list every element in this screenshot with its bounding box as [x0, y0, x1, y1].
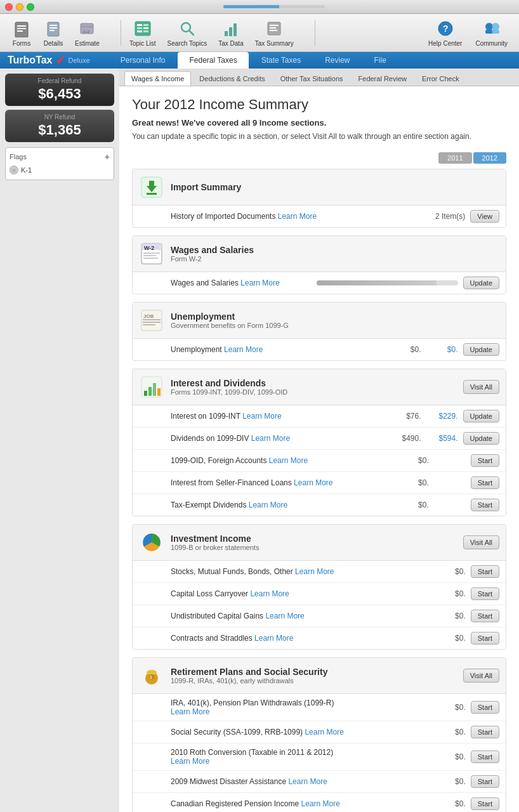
learn-more-tax-exempt[interactable]: Learn More [249, 501, 287, 509]
start-button-roth[interactable]: Start [471, 750, 499, 763]
sub-nav-federal-review[interactable]: Federal Review [351, 71, 414, 86]
section-title-import: Import Summary [171, 182, 499, 192]
update-button-wages[interactable]: Update [463, 277, 499, 289]
topic-list-button[interactable]: Topic List [124, 16, 161, 49]
row-amount-1099oid-2011: $0. [397, 456, 429, 465]
tax-summary-label: Tax Summary [255, 40, 294, 47]
toolbar-group-center: Topic List Search Topics Tax Data Tax Su… [124, 16, 299, 49]
forms-button[interactable]: Forms [6, 16, 37, 49]
w2-icon: W-2 [139, 241, 164, 266]
intro-bold: Great news! We've covered all 9 Income s… [132, 118, 326, 128]
tax-data-icon [221, 18, 241, 39]
svg-rect-40 [143, 255, 156, 256]
learn-more-1099int[interactable]: Learn More [242, 412, 281, 421]
flags-add-button[interactable]: + [105, 152, 110, 162]
visit-all-interest-button[interactable]: Visit All [463, 380, 499, 394]
start-button-canadian[interactable]: Start [471, 797, 499, 810]
search-topics-button[interactable]: Search Topics [162, 16, 213, 49]
pie-chart-icon [139, 530, 164, 555]
section-header-wages: W-2 Wages and Salaries Form W-2 [133, 236, 506, 272]
search-topics-label: Search Topics [168, 40, 207, 47]
brand-name: TurboTax [8, 55, 53, 66]
tab-state-taxes[interactable]: State Taxes [250, 52, 312, 69]
search-topics-icon [177, 18, 197, 39]
row-label-roth-conversion: 2010 Roth Conversion (Taxable in 2011 & … [171, 748, 434, 766]
learn-more-ira-401k[interactable]: Learn More [171, 707, 209, 716]
tax-summary-button[interactable]: Tax Summary [250, 16, 299, 49]
start-button-1099oid[interactable]: Start [471, 454, 499, 467]
tax-data-button[interactable]: Tax Data [213, 16, 248, 49]
year-tab-2012[interactable]: 2012 [473, 152, 506, 164]
update-button-unemployment[interactable]: Update [463, 343, 499, 356]
row-amount-midwest-2011: $0. [434, 777, 466, 786]
start-button-contracts[interactable]: Start [471, 632, 499, 645]
svg-rect-35 [147, 193, 157, 195]
start-button-social-security[interactable]: Start [471, 726, 499, 738]
learn-more-social-security[interactable]: Learn More [305, 728, 343, 737]
row-label-unemployment: Unemployment Learn More [171, 345, 390, 354]
sub-nav-wages-income[interactable]: Wages & Income [124, 71, 191, 86]
start-button-tax-exempt[interactable]: Start [471, 499, 499, 511]
close-button[interactable] [5, 3, 13, 11]
learn-more-stocks[interactable]: Learn More [295, 567, 334, 576]
row-amount-int-2011: $76. [390, 412, 421, 421]
minimize-button[interactable] [16, 3, 23, 11]
wages-progress-bar [317, 280, 457, 285]
sub-nav-other-tax[interactable]: Other Tax Situations [273, 71, 350, 86]
main-content: Your 2012 Income Summary Great news! We'… [119, 86, 519, 812]
row-amount-seller-2011: $0. [397, 478, 429, 487]
start-button-undistributed[interactable]: Start [471, 610, 499, 622]
row-label-import-history: History of Imported Documents Learn More [171, 212, 433, 221]
section-title-area-interest: Interest and Dividends Forms 1099-INT, 1… [171, 378, 463, 396]
visit-all-retirement-button[interactable]: Visit All [463, 669, 499, 683]
tab-federal-taxes[interactable]: Federal Taxes [178, 52, 248, 69]
row-label-wages: Wages and Salaries Learn More [171, 278, 312, 287]
learn-more-1099div[interactable]: Learn More [251, 434, 290, 443]
start-button-stocks[interactable]: Start [471, 565, 499, 578]
help-center-button[interactable]: ? Help Center [423, 16, 467, 49]
learn-more-contracts[interactable]: Learn More [254, 634, 293, 643]
learn-more-import[interactable]: Learn More [278, 212, 317, 221]
job-icon: JOB [139, 308, 164, 333]
learn-more-wages[interactable]: Learn More [240, 278, 279, 287]
tab-file[interactable]: File [362, 52, 397, 69]
start-button-midwest[interactable]: Start [471, 775, 499, 788]
sub-nav-deductions-credits[interactable]: Deductions & Credits [192, 71, 272, 86]
toolbar-group-right: ? Help Center Community [423, 16, 513, 49]
learn-more-seller-financed[interactable]: Learn More [294, 478, 332, 487]
update-button-1099int[interactable]: Update [463, 410, 499, 422]
learn-more-roth[interactable]: Learn More [171, 757, 209, 766]
svg-rect-39 [143, 252, 160, 254]
estimate-button[interactable]: 1+2 Estimate [70, 16, 105, 49]
svg-rect-41 [143, 258, 158, 259]
learn-more-canadian-pension[interactable]: Learn More [301, 799, 339, 808]
learn-more-midwest[interactable]: Learn More [288, 777, 327, 786]
learn-more-capital-loss[interactable]: Learn More [250, 589, 289, 598]
year-tab-2011[interactable]: 2011 [438, 152, 471, 164]
start-button-ira[interactable]: Start [471, 701, 499, 714]
view-button-import[interactable]: View [470, 210, 499, 223]
learn-more-1099oid[interactable]: Learn More [269, 456, 308, 465]
sub-nav-error-check[interactable]: Error Check [415, 71, 466, 86]
section-subtitle-unemployment: Government benefits on Form 1099-G [171, 322, 499, 329]
tab-personal-info[interactable]: Personal Info [109, 52, 177, 69]
learn-more-undistributed[interactable]: Learn More [265, 612, 304, 620]
section-title-retirement: Retirement Plans and Social Security [171, 667, 463, 677]
visit-all-investment-button[interactable]: Visit All [463, 535, 499, 549]
flags-label: Flags [10, 153, 27, 160]
row-label-1099div: Dividends on 1099-DIV Learn More [171, 434, 390, 443]
tab-review[interactable]: Review [313, 52, 361, 69]
svg-text:W-2: W-2 [144, 245, 154, 251]
turbotax-logo: TurboTax ✓ Deluxe [8, 53, 90, 68]
maximize-button[interactable] [27, 3, 34, 11]
update-button-1099div[interactable]: Update [463, 432, 499, 445]
row-undistributed: Undistributed Capital Gains Learn More $… [133, 605, 506, 627]
start-button-seller-financed[interactable]: Start [471, 476, 499, 489]
community-button[interactable]: Community [470, 16, 513, 49]
start-button-capital-loss[interactable]: Start [471, 587, 499, 600]
details-button[interactable]: Details [38, 16, 69, 49]
section-subtitle-investment: 1099-B or broker statements [171, 544, 463, 551]
section-subtitle-interest: Forms 1099-INT, 1099-DIV, 1099-OID [171, 388, 463, 396]
learn-more-unemployment[interactable]: Learn More [224, 345, 263, 354]
flags-header: Flags + [10, 152, 110, 162]
